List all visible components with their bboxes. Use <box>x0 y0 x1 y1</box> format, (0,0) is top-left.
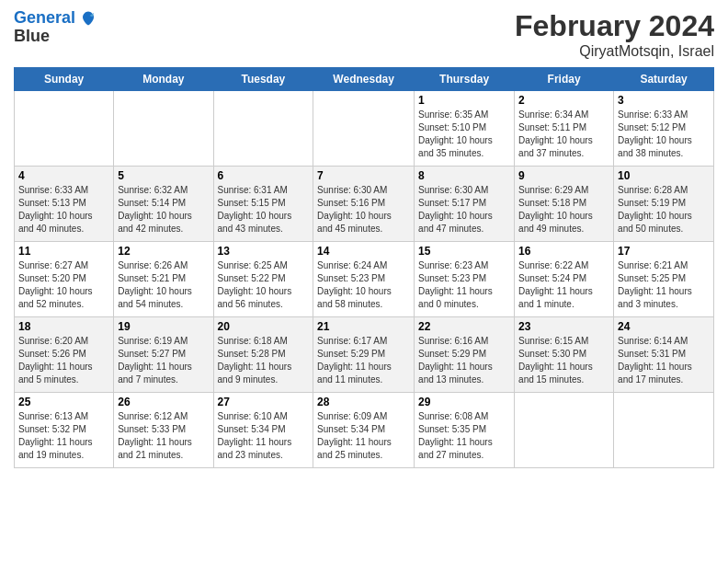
header-friday: Friday <box>515 68 614 91</box>
day-number: 22 <box>418 320 510 333</box>
logo-icon <box>80 10 97 27</box>
calendar-cell: 15Sunrise: 6:23 AM Sunset: 5:23 PM Dayli… <box>415 242 515 317</box>
day-info: Sunrise: 6:33 AM Sunset: 5:13 PM Dayligh… <box>18 184 109 236</box>
calendar-cell <box>614 393 714 468</box>
day-number: 17 <box>618 245 710 258</box>
day-number: 6 <box>218 169 310 182</box>
calendar-cell: 5Sunrise: 6:32 AM Sunset: 5:14 PM Daylig… <box>114 167 213 242</box>
header-wednesday: Wednesday <box>313 68 415 91</box>
sub-title: QiryatMotsqin, Israel <box>515 43 714 60</box>
calendar-cell: 3Sunrise: 6:33 AM Sunset: 5:12 PM Daylig… <box>614 91 714 167</box>
day-number: 15 <box>418 245 510 258</box>
calendar-cell: 27Sunrise: 6:10 AM Sunset: 5:34 PM Dayli… <box>213 393 313 468</box>
day-number: 27 <box>218 396 310 408</box>
day-info: Sunrise: 6:13 AM Sunset: 5:32 PM Dayligh… <box>18 410 109 462</box>
header-saturday: Saturday <box>614 68 714 91</box>
day-number: 8 <box>418 169 510 182</box>
day-number: 23 <box>518 320 609 333</box>
day-number: 28 <box>317 396 410 408</box>
day-info: Sunrise: 6:35 AM Sunset: 5:10 PM Dayligh… <box>418 109 510 160</box>
day-info: Sunrise: 6:24 AM Sunset: 5:23 PM Dayligh… <box>317 259 410 311</box>
day-info: Sunrise: 6:16 AM Sunset: 5:29 PM Dayligh… <box>418 335 510 386</box>
day-number: 21 <box>317 320 410 333</box>
day-info: Sunrise: 6:29 AM Sunset: 5:18 PM Dayligh… <box>518 184 609 236</box>
day-info: Sunrise: 6:12 AM Sunset: 5:33 PM Dayligh… <box>118 410 209 462</box>
calendar-header-row: SundayMondayTuesdayWednesdayThursdayFrid… <box>15 68 714 91</box>
calendar-cell: 28Sunrise: 6:09 AM Sunset: 5:34 PM Dayli… <box>313 393 415 468</box>
calendar-cell: 18Sunrise: 6:20 AM Sunset: 5:26 PM Dayli… <box>15 317 114 393</box>
page-container: General Blue February 2024 QiryatMotsqin… <box>0 0 728 477</box>
day-number: 11 <box>18 245 109 258</box>
day-info: Sunrise: 6:30 AM Sunset: 5:17 PM Dayligh… <box>418 184 510 236</box>
day-info: Sunrise: 6:26 AM Sunset: 5:21 PM Dayligh… <box>118 259 209 311</box>
day-info: Sunrise: 6:09 AM Sunset: 5:34 PM Dayligh… <box>317 410 410 462</box>
day-number: 7 <box>317 169 410 182</box>
week-row-4: 25Sunrise: 6:13 AM Sunset: 5:32 PM Dayli… <box>15 393 714 468</box>
calendar-cell: 9Sunrise: 6:29 AM Sunset: 5:18 PM Daylig… <box>515 167 614 242</box>
calendar-cell: 16Sunrise: 6:22 AM Sunset: 5:24 PM Dayli… <box>515 242 614 317</box>
calendar-cell: 11Sunrise: 6:27 AM Sunset: 5:20 PM Dayli… <box>15 242 114 317</box>
day-info: Sunrise: 6:14 AM Sunset: 5:31 PM Dayligh… <box>618 335 710 386</box>
day-number: 29 <box>418 396 510 408</box>
calendar-cell: 6Sunrise: 6:31 AM Sunset: 5:15 PM Daylig… <box>213 167 313 242</box>
day-info: Sunrise: 6:20 AM Sunset: 5:26 PM Dayligh… <box>18 335 109 386</box>
calendar-cell: 14Sunrise: 6:24 AM Sunset: 5:23 PM Dayli… <box>313 242 415 317</box>
day-info: Sunrise: 6:21 AM Sunset: 5:25 PM Dayligh… <box>618 259 710 311</box>
calendar-cell: 19Sunrise: 6:19 AM Sunset: 5:27 PM Dayli… <box>114 317 213 393</box>
calendar-cell: 24Sunrise: 6:14 AM Sunset: 5:31 PM Dayli… <box>614 317 714 393</box>
day-number: 10 <box>618 169 710 182</box>
day-info: Sunrise: 6:30 AM Sunset: 5:16 PM Dayligh… <box>317 184 410 236</box>
header-thursday: Thursday <box>415 68 515 91</box>
header-sunday: Sunday <box>15 68 114 91</box>
day-number: 2 <box>518 94 609 107</box>
main-title: February 2024 <box>515 9 714 43</box>
calendar-cell <box>15 91 114 167</box>
calendar-cell: 1Sunrise: 6:35 AM Sunset: 5:10 PM Daylig… <box>415 91 515 167</box>
calendar-cell: 10Sunrise: 6:28 AM Sunset: 5:19 PM Dayli… <box>614 167 714 242</box>
calendar-cell: 2Sunrise: 6:34 AM Sunset: 5:11 PM Daylig… <box>515 91 614 167</box>
day-info: Sunrise: 6:33 AM Sunset: 5:12 PM Dayligh… <box>618 109 710 160</box>
logo: General Blue <box>14 9 97 46</box>
header-tuesday: Tuesday <box>213 68 313 91</box>
day-info: Sunrise: 6:28 AM Sunset: 5:19 PM Dayligh… <box>618 184 710 236</box>
calendar-cell: 26Sunrise: 6:12 AM Sunset: 5:33 PM Dayli… <box>114 393 213 468</box>
logo-line1: General <box>14 9 97 28</box>
calendar-cell: 25Sunrise: 6:13 AM Sunset: 5:32 PM Dayli… <box>15 393 114 468</box>
week-row-3: 18Sunrise: 6:20 AM Sunset: 5:26 PM Dayli… <box>15 317 714 393</box>
day-number: 5 <box>118 169 209 182</box>
day-number: 26 <box>118 396 209 408</box>
day-number: 25 <box>18 396 109 408</box>
day-number: 9 <box>518 169 609 182</box>
week-row-1: 4Sunrise: 6:33 AM Sunset: 5:13 PM Daylig… <box>15 167 714 242</box>
calendar-cell <box>515 393 614 468</box>
day-info: Sunrise: 6:22 AM Sunset: 5:24 PM Dayligh… <box>518 259 609 311</box>
day-info: Sunrise: 6:15 AM Sunset: 5:30 PM Dayligh… <box>518 335 609 386</box>
calendar-cell: 29Sunrise: 6:08 AM Sunset: 5:35 PM Dayli… <box>415 393 515 468</box>
day-info: Sunrise: 6:27 AM Sunset: 5:20 PM Dayligh… <box>18 259 109 311</box>
calendar-cell: 21Sunrise: 6:17 AM Sunset: 5:29 PM Dayli… <box>313 317 415 393</box>
day-info: Sunrise: 6:19 AM Sunset: 5:27 PM Dayligh… <box>118 335 209 386</box>
title-block: February 2024 QiryatMotsqin, Israel <box>515 9 714 60</box>
calendar-cell: 20Sunrise: 6:18 AM Sunset: 5:28 PM Dayli… <box>213 317 313 393</box>
day-info: Sunrise: 6:32 AM Sunset: 5:14 PM Dayligh… <box>118 184 209 236</box>
day-number: 4 <box>18 169 109 182</box>
day-info: Sunrise: 6:10 AM Sunset: 5:34 PM Dayligh… <box>218 410 310 462</box>
day-number: 13 <box>218 245 310 258</box>
calendar-cell: 7Sunrise: 6:30 AM Sunset: 5:16 PM Daylig… <box>313 167 415 242</box>
day-info: Sunrise: 6:08 AM Sunset: 5:35 PM Dayligh… <box>418 410 510 462</box>
calendar-cell: 4Sunrise: 6:33 AM Sunset: 5:13 PM Daylig… <box>15 167 114 242</box>
calendar-cell: 22Sunrise: 6:16 AM Sunset: 5:29 PM Dayli… <box>415 317 515 393</box>
day-number: 1 <box>418 94 510 107</box>
calendar-cell <box>313 91 415 167</box>
week-row-0: 1Sunrise: 6:35 AM Sunset: 5:10 PM Daylig… <box>15 91 714 167</box>
week-row-2: 11Sunrise: 6:27 AM Sunset: 5:20 PM Dayli… <box>15 242 714 317</box>
calendar-cell: 8Sunrise: 6:30 AM Sunset: 5:17 PM Daylig… <box>415 167 515 242</box>
calendar-cell: 12Sunrise: 6:26 AM Sunset: 5:21 PM Dayli… <box>114 242 213 317</box>
day-number: 14 <box>317 245 410 258</box>
day-number: 18 <box>18 320 109 333</box>
calendar-cell: 23Sunrise: 6:15 AM Sunset: 5:30 PM Dayli… <box>515 317 614 393</box>
day-number: 16 <box>518 245 609 258</box>
calendar-cell: 17Sunrise: 6:21 AM Sunset: 5:25 PM Dayli… <box>614 242 714 317</box>
day-number: 20 <box>218 320 310 333</box>
logo-line2: Blue <box>14 28 97 46</box>
